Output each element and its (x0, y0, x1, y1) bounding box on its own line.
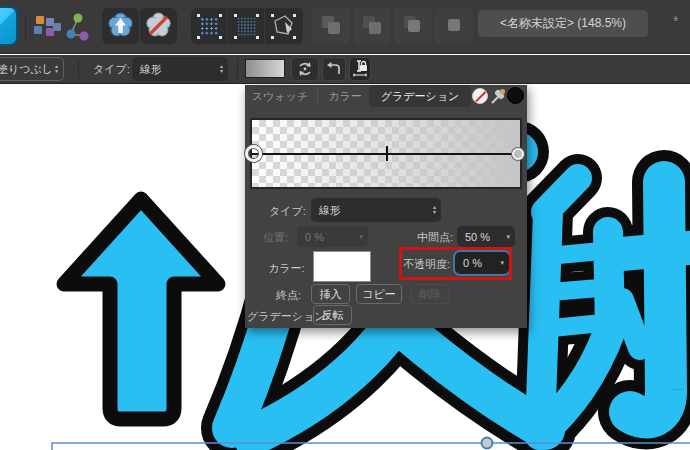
eyedropper-icon[interactable] (490, 87, 507, 105)
panel-tab-bar: スウォッチ カラー グラデーション (245, 85, 527, 107)
copy-button[interactable]: コピー (356, 284, 402, 304)
tab-gradient[interactable]: グラデーション (369, 85, 471, 107)
caret-down-icon: ▾ (500, 259, 504, 267)
position-value: 0 % (305, 231, 324, 243)
snap-pixel-button[interactable] (228, 8, 265, 44)
toolbar-separator (25, 14, 26, 40)
midpoint-label: 中間点: (417, 230, 453, 245)
no-fill-icon[interactable] (472, 88, 488, 104)
discard-button[interactable] (140, 8, 177, 44)
gradient-midpoint-tick[interactable] (386, 146, 388, 161)
midpoint-value: 50 % (465, 231, 490, 243)
boolean-subtract-button[interactable] (353, 8, 391, 44)
arrow-shape (64, 199, 218, 419)
gradient-stop-start[interactable] (245, 145, 262, 162)
panel-type-dropdown[interactable]: 線形 ▴▾ (311, 198, 441, 222)
gradient-preview-swatch[interactable] (245, 59, 285, 78)
context-separator (78, 59, 79, 79)
rotate-gradient-button[interactable] (291, 57, 319, 81)
updown-arrows-icon: ▴▾ (220, 64, 223, 74)
snap-grid-icon (200, 17, 219, 36)
delete-button[interactable]: 削除 (411, 284, 450, 304)
color-swatches-icon[interactable] (34, 16, 60, 40)
caret-down-icon: ▾ (359, 233, 363, 241)
opacity-dropdown[interactable]: 0 % ▾ (455, 252, 509, 274)
caret-down-icon: ▾ (506, 233, 510, 241)
tab-color[interactable]: カラー (325, 85, 365, 107)
gradient-stop-end[interactable] (512, 148, 524, 160)
tab-separator (317, 90, 318, 102)
main-toolbar: <名称未設定> (148.5%) * (0, 0, 690, 54)
document-title[interactable]: <名称未設定> (148.5%) (478, 10, 648, 37)
insert-inside-button[interactable] (102, 8, 139, 44)
insert-button[interactable]: 挿入 (311, 284, 350, 304)
reverse-button[interactable]: 反転 (313, 305, 352, 325)
endpoint-label: 終点: (276, 288, 301, 303)
gradient-editor[interactable] (250, 118, 522, 189)
undo-arrow-icon (326, 61, 342, 77)
rotate-icon (296, 60, 314, 78)
boolean-divide-button[interactable] (435, 8, 473, 44)
midpoint-dropdown[interactable]: 50 % ▾ (457, 226, 515, 247)
opacity-label: 不透明度: (403, 257, 450, 272)
tab-swatches[interactable]: スウォッチ (250, 85, 310, 107)
snap-pixel-icon (237, 17, 256, 36)
panel-type-label: タイプ: (269, 204, 306, 219)
ibeam-lock-icon (352, 59, 368, 79)
type-value: 線形 (140, 62, 162, 77)
boolean-ops-group (312, 8, 473, 44)
snapping-group (191, 8, 303, 44)
flower-slash-icon (140, 8, 177, 44)
text-lock-button[interactable] (349, 57, 371, 81)
boolean-divide-icon (448, 19, 460, 31)
selection-box[interactable] (52, 443, 690, 450)
boolean-add-button[interactable] (312, 8, 350, 44)
color-label: カラー: (268, 261, 305, 276)
updown-arrows-icon: ▴▾ (55, 64, 58, 74)
stop-color-swatch[interactable] (313, 251, 371, 282)
updown-arrows-icon: ▴▾ (433, 205, 436, 215)
position-label: 位置: (263, 230, 288, 245)
reverse-gradient-button[interactable] (322, 57, 346, 81)
snap-grid-button[interactable] (191, 8, 228, 44)
snap-shape-button[interactable] (265, 8, 302, 44)
panel-type-value: 線形 (319, 203, 341, 218)
affinity-designer-window: <名称未設定> (148.5%) * 塗りつぶし ▴▾ タイプ: 線形 ▴▾ (0, 0, 690, 450)
opacity-value: 0 % (463, 257, 482, 269)
gradient-type-dropdown[interactable]: 線形 ▴▾ (132, 57, 228, 81)
boolean-intersect-button[interactable] (394, 8, 432, 44)
position-dropdown[interactable]: 0 % ▾ (297, 226, 368, 247)
app-icon[interactable] (0, 6, 18, 46)
context-separator (237, 59, 238, 79)
fill-dropdown-label: 塗りつぶし (0, 62, 53, 77)
modified-indicator: * (673, 13, 678, 29)
node-link-icon[interactable] (63, 12, 91, 42)
flower-arrow-icon (102, 8, 139, 44)
type-label: タイプ: (93, 62, 130, 77)
fill-type-dropdown[interactable]: 塗りつぶし ▴▾ (0, 57, 64, 81)
black-color-dot[interactable] (507, 87, 524, 104)
selection-handle[interactable] (482, 438, 493, 449)
gradient-panel: スウォッチ カラー グラデーション タイプ: 線形 ▴▾ 位置: (245, 85, 527, 328)
context-toolbar: 塗りつぶし ▴▾ タイプ: 線形 ▴▾ (0, 55, 690, 84)
